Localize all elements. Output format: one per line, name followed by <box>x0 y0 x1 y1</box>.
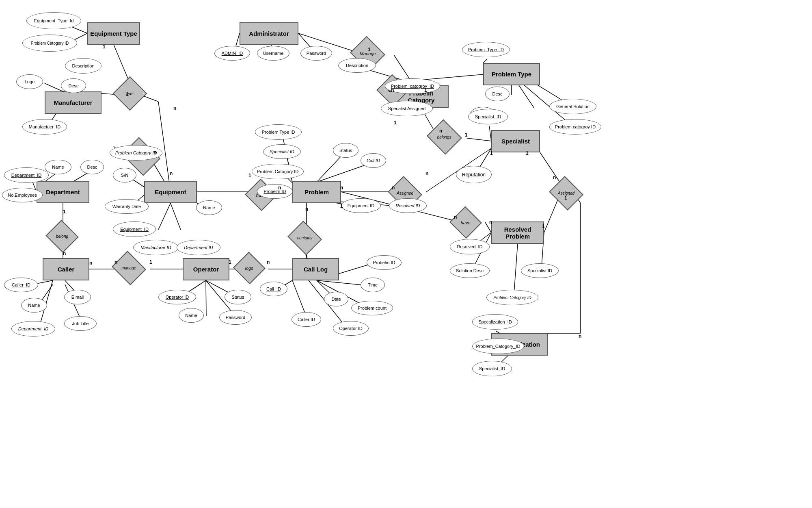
entity-problem-type: Problem Type <box>483 63 540 85</box>
card-12: n <box>439 128 442 134</box>
attr-equip-id2: Equipment ID <box>341 198 381 213</box>
svg-line-49 <box>483 59 487 63</box>
attr-specialist-id1: Specialist ID <box>263 144 301 159</box>
attr-username-label: Username <box>263 51 284 56</box>
attr-op-status-label: Status <box>231 295 244 300</box>
rel-belongs-label: belongs <box>437 135 451 139</box>
card-5: n <box>170 171 173 176</box>
card-10: 1 <box>424 87 427 93</box>
card-6: 1 <box>248 173 251 178</box>
attr-desc1-label: Desc <box>68 83 78 88</box>
attr-logo-label: Logo <box>25 79 35 84</box>
card-21: n <box>454 214 457 220</box>
entity-resolved-problem: Resolved Problem <box>491 221 544 244</box>
card-19: 1 <box>305 254 308 260</box>
svg-line-7 <box>142 96 158 102</box>
attr-pc-id-label: Problem_catogroy_ID <box>391 84 434 89</box>
card-26: n <box>89 260 92 266</box>
attr-admin-id: ADMIN_ID <box>214 46 250 61</box>
attr-cl-prob-id-label: Probelm ID <box>373 260 395 265</box>
attr-call-id1-label: Call ID <box>367 158 380 163</box>
card-8: 1 <box>368 47 371 52</box>
attr-no-emp-label: No.Employees <box>8 193 37 198</box>
card-7: n <box>278 185 281 191</box>
attr-op-status: Status <box>225 290 251 304</box>
rel-belong2: belong <box>45 220 78 253</box>
card-11: 1 <box>465 132 468 138</box>
attr-dept-desc-label: Desc <box>87 165 97 169</box>
card-4: n <box>153 150 156 155</box>
attr-cl-date-label: Date <box>331 297 341 302</box>
card-34: 1 <box>564 195 567 201</box>
attr-reputation: Reputation <box>456 166 492 183</box>
attr-warranty-label: Warranty Date <box>112 204 141 209</box>
attr-caller-id-label: Caller_ID <box>12 282 30 287</box>
attr-pt-gen-sol: General Solution <box>549 99 596 114</box>
entity-manufacturer: Manufacturer <box>45 91 102 114</box>
attr-sn-label: S/N <box>121 173 128 178</box>
attr-dept-id-label: Department_ID <box>11 173 42 178</box>
attr-cl-prob-id: Probelm ID <box>367 255 402 270</box>
card-33: n <box>579 333 581 339</box>
rel-assigned2: Assigned <box>549 176 583 211</box>
attr-cl-date: Date <box>324 292 348 306</box>
card-17: 1 <box>490 150 493 156</box>
entity-equipment-type: Equipment Type <box>87 22 140 45</box>
attr-pt-prob-cat-id: Problem catogroy ID <box>549 119 601 135</box>
svg-line-8 <box>158 102 171 192</box>
attr-pt-desc-label: Desc <box>492 91 502 96</box>
card-30: n <box>267 259 270 265</box>
attr-mfg-id2-label: Manifacturer ID <box>140 245 171 250</box>
card-23: 1 <box>542 224 545 229</box>
attr-caller-id2: Caller ID <box>292 312 321 327</box>
card-2: 1 <box>126 91 129 97</box>
attr-pc-spec-assigned-label: Specalist Assigned <box>388 106 425 111</box>
card-29: 1 <box>229 259 231 265</box>
card-20: 1 <box>340 203 343 209</box>
rel-assigned1-label: Assigned <box>397 191 413 195</box>
attr-mfg-id-label: Manufactuer_ID <box>29 124 60 129</box>
attr-spec-id1-label: Specalization_ID <box>478 319 512 324</box>
entity-equipment-label: Equipment <box>155 189 186 195</box>
attr-sp-id2-label: Specialist ID <box>527 268 552 273</box>
attr-equip-name: Name <box>196 200 222 215</box>
attr-op-name-label: Name <box>185 313 197 318</box>
svg-line-32 <box>158 203 171 230</box>
attr-cl-time-label: Time <box>368 282 378 287</box>
attr-op-id-label: Operator ID <box>166 295 189 300</box>
entity-problem-type-label: Problem Type <box>492 71 531 78</box>
entity-resolved-problem-label: Resolved Problem <box>504 226 531 240</box>
rel-belong2-label: belong <box>56 234 68 239</box>
card-16: n <box>425 171 428 176</box>
attr-sn: S/N <box>113 168 136 182</box>
rel-have3: have <box>449 206 482 239</box>
svg-line-71 <box>540 152 560 183</box>
attr-prob-count: Problem count <box>351 301 393 315</box>
attr-resolved-id1: Resolved ID <box>389 198 427 213</box>
attr-mfg-id: Manufactuer_ID <box>22 119 67 135</box>
attr-prob-type-id: Problem Type ID <box>255 124 302 140</box>
attr-prob-cat-id3-label: Problem Catogory ID <box>257 169 299 174</box>
attr-admin-id-label: ADMIN_ID <box>222 51 243 56</box>
entity-problem-label: Problem <box>304 189 329 195</box>
connectors-svg <box>0 0 812 508</box>
entity-equipment: Equipment <box>144 181 197 203</box>
attr-email: E mail <box>64 290 91 304</box>
attr-equip-id2-label: Equipment ID <box>348 203 375 208</box>
rel-belongs: belongs <box>427 119 462 155</box>
attr-caller-name: Name <box>21 298 47 313</box>
attr-pc-desc-label: Description <box>346 63 368 68</box>
rel-logs-label: logs <box>245 266 253 271</box>
attr-description1-label: Description <box>72 63 94 68</box>
card-13: 1 <box>394 120 397 126</box>
attr-cl-time: Time <box>361 278 385 292</box>
attr-job-title-label: Job Title <box>72 321 89 326</box>
attr-sol-desc: Solution Desc <box>450 263 490 278</box>
entity-administrator: Administrator <box>240 22 298 45</box>
attr-caller-name-label: Name <box>28 303 40 308</box>
attr-sp-id-label: Specialist_ID <box>475 114 501 119</box>
card-25: 1 <box>526 150 529 156</box>
attr-logo: Logo <box>16 74 43 89</box>
entity-department: Department <box>37 181 89 203</box>
attr-status-label: Status <box>339 148 352 153</box>
